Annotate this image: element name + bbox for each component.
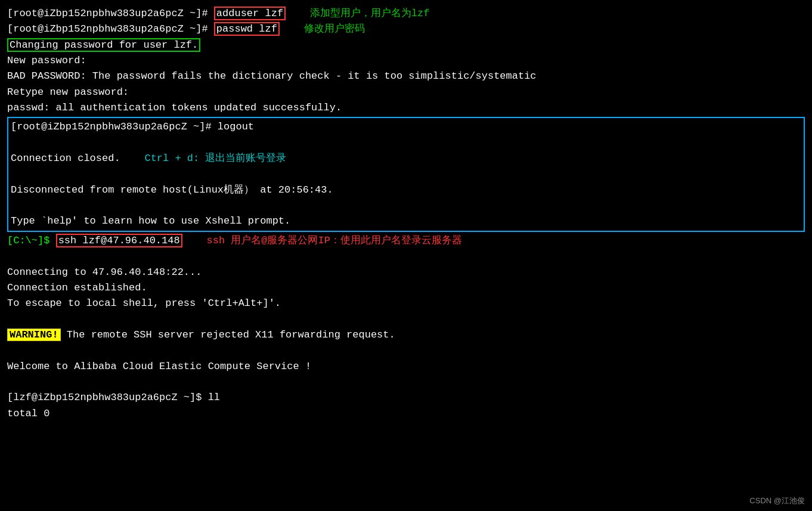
blue-block-section: [root@iZbp152npbhw383up2a6pcZ ~]# logout… [7,117,805,231]
line-tokens-updated: passwd: all authentication tokens update… [7,100,805,116]
line-adduser: [root@iZbp152npbhw383up2a6pcZ ~]# adduse… [7,6,805,21]
line-conn-closed: Connection closed. Ctrl + d: 退出当前账号登录 [11,151,801,166]
line-empty-1 [11,135,801,151]
line-welcome: Welcome to Alibaba Cloud Elastic Compute… [7,359,805,374]
prompt-1: [root@iZbp152npbhw383up2a6pcZ ~]# [7,8,214,19]
line-conn-established: Connection established. [7,280,805,296]
cmd-passwd: passwd lzf [214,22,280,36]
line-empty-3 [11,198,801,213]
line-empty-7 [7,374,805,390]
line-empty-6 [7,343,805,358]
output-changing-pw: Changing password for user lzf. [7,38,200,52]
line-ssh-cmd: [C:\~]$ ssh lzf@47.96.40.148 ssh 用户名@服务器… [7,233,805,249]
warning-badge: WARNING! [7,329,61,341]
the-word: the [208,70,227,82]
line-passwd: [root@iZbp152npbhw383up2a6pcZ ~]# passwd… [7,21,805,37]
prompt-local: [C:\~]$ [7,235,56,246]
line-escape: To escape to local shell, press 'Ctrl+Al… [7,296,805,311]
warning-text: The remote SSH server rejected X11 forwa… [61,329,395,340]
comment-adduser: 添加型用户，用户名为lzf [286,8,429,19]
comment-ctrl-d: Ctrl + d: 退出当前账号登录 [120,153,287,164]
line-ll-cmd: [lzf@iZbp152npbhw383up2a6pcZ ~]$ ll [7,390,805,405]
line-bad-pw: BAD PASSWORD: The password fails the dic… [7,69,805,84]
line-warning: WARNING! The remote SSH server rejected … [7,327,805,343]
line-logout: [root@iZbp152npbhw383up2a6pcZ ~]# logout [11,119,801,135]
line-new-pw: New password: [7,53,805,69]
line-empty-2 [11,166,801,182]
line-help: Type `help' to learn how to use Xshell p… [11,213,801,229]
line-changing-pw: Changing password for user lzf. [7,38,200,53]
csdn-watermark: CSDN @江池俊 [749,495,805,506]
terminal: [root@iZbp152npbhw383up2a6pcZ ~]# adduse… [0,0,812,428]
prompt-2: [root@iZbp152npbhw383up2a6pcZ ~]# [7,23,214,35]
cmd-adduser: adduser lzf [214,7,286,20]
line-empty-4 [7,249,805,264]
line-total: total 0 [7,406,805,422]
comment-ssh: ssh 用户名@服务器公网IP：使用此用户名登录云服务器 [182,235,462,246]
cmd-ssh: ssh lzf@47.96.40.148 [56,234,182,247]
line-disconnected: Disconnected from remote host(Linux机器） a… [11,182,801,198]
line-empty-5 [7,312,805,327]
line-connecting: Connecting to 47.96.40.148:22... [7,265,805,280]
line-retype: Retype new password: [7,85,805,100]
comment-passwd: 修改用户密码 [280,23,365,35]
